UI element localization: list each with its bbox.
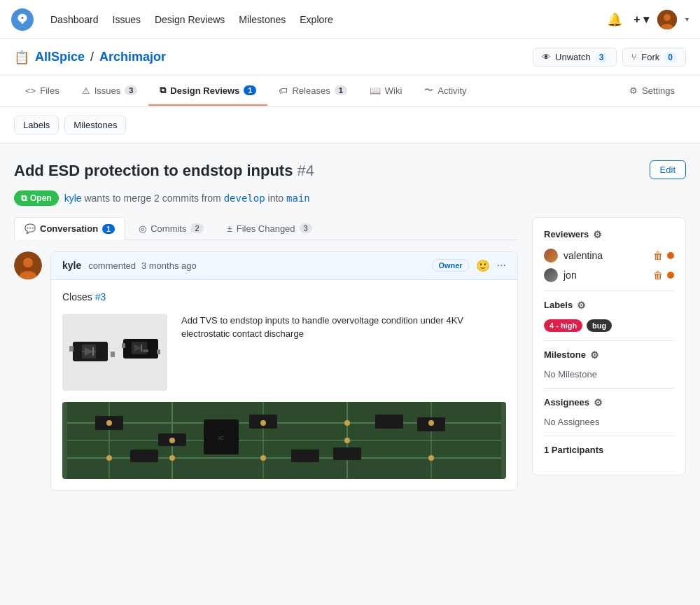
- fork-label: Fork: [641, 52, 659, 62]
- user-avatar[interactable]: [657, 10, 677, 29]
- org-link[interactable]: AllSpice: [35, 50, 85, 64]
- source-branch-link[interactable]: develop: [224, 193, 265, 204]
- tab-activity[interactable]: 〜 Activity: [413, 76, 477, 106]
- notifications-button[interactable]: 🔔: [604, 9, 625, 30]
- separator: /: [90, 50, 94, 64]
- svg-point-42: [260, 455, 266, 461]
- reviewer-name-jon: jon: [564, 270, 577, 281]
- tab-issues[interactable]: ⚠ Issues 3: [71, 77, 149, 106]
- closes-link[interactable]: #3: [95, 291, 106, 302]
- pr-title-section: Add ESD protection to endstop inputs #4 …: [14, 160, 686, 182]
- nav-design-reviews[interactable]: Design Reviews: [155, 14, 225, 25]
- svg-rect-30: [333, 447, 361, 460]
- nav-dashboard[interactable]: Dashboard: [50, 14, 99, 25]
- milestone-gear-icon[interactable]: ⚙: [590, 349, 599, 361]
- edit-button[interactable]: Edit: [650, 160, 686, 179]
- activity-icon: 〜: [424, 84, 433, 97]
- owner-badge: Owner: [432, 259, 468, 272]
- remove-reviewer-valentina[interactable]: 🗑: [653, 250, 663, 261]
- component-image: [62, 314, 167, 391]
- tab-activity-label: Activity: [438, 85, 466, 96]
- create-button[interactable]: + ▾: [634, 13, 649, 26]
- nav-issues[interactable]: Issues: [113, 14, 141, 25]
- tab-settings[interactable]: ⚙ Settings: [618, 77, 686, 106]
- repo-actions: 👁 Unwatch 3 ⑂ Fork 0: [533, 48, 686, 67]
- more-button[interactable]: ···: [497, 259, 506, 272]
- pr-title-main: Add ESD protection to endstop inputs: [14, 162, 293, 179]
- design-reviews-badge: 1: [244, 85, 256, 95]
- assignees-gear-icon[interactable]: ⚙: [594, 397, 603, 408]
- label-bug: bug: [587, 319, 612, 332]
- labels-gear-icon[interactable]: ⚙: [577, 300, 586, 311]
- divider-2: [544, 340, 674, 341]
- files-icon: <>: [25, 85, 36, 96]
- repo-title: 📋 AllSpice / Archimajor: [14, 50, 166, 65]
- comment-avatar: [14, 251, 42, 279]
- milestones-tab[interactable]: Milestones: [64, 116, 126, 134]
- conversation-badge: 1: [102, 224, 115, 234]
- tab-conversation[interactable]: 💬 Conversation 1: [14, 217, 125, 240]
- pr-meta-text: kyle wants to merge 2 commits from devel…: [64, 193, 310, 204]
- labels-tab[interactable]: Labels: [14, 116, 59, 134]
- comment-box: kyle commented 3 months ago Owner 🙂 ··· …: [50, 251, 518, 491]
- reviewer-avatar-jon: [544, 268, 558, 282]
- reviewers-section: Reviewers ⚙ valentina 🗑: [532, 217, 686, 475]
- reviewer-info-jon: jon: [544, 268, 577, 282]
- reviewer-row-valentina: valentina 🗑: [544, 249, 674, 263]
- svg-rect-17: [143, 349, 148, 352]
- svg-point-1: [664, 14, 671, 21]
- svg-rect-34: [375, 415, 403, 429]
- svg-rect-14: [157, 349, 160, 354]
- issues-badge: 3: [125, 85, 137, 95]
- reviewers-gear-icon[interactable]: ⚙: [593, 229, 602, 240]
- sub-tabs: Labels Milestones: [0, 107, 700, 144]
- svg-point-38: [344, 438, 350, 443]
- user-avatar-icon: [657, 10, 677, 29]
- commits-icon: ◎: [139, 223, 146, 234]
- svg-rect-13: [122, 343, 125, 348]
- svg-rect-8: [111, 352, 115, 357]
- design-reviews-icon: ⧉: [160, 85, 166, 96]
- pcb-image: IC: [62, 402, 506, 479]
- fork-count: 0: [664, 53, 677, 62]
- comment-header: kyle commented 3 months ago Owner 🙂 ···: [51, 252, 517, 280]
- divider-1: [544, 291, 674, 291]
- tab-commits[interactable]: ◎ Commits 2: [128, 217, 214, 239]
- comment-closes: Closes #3: [62, 291, 506, 302]
- releases-badge: 1: [335, 85, 347, 95]
- pcb-svg: IC: [62, 402, 506, 479]
- unwatch-button[interactable]: 👁 Unwatch 3: [533, 48, 617, 67]
- fork-button[interactable]: ⑂ Fork 0: [622, 48, 686, 67]
- target-branch-link[interactable]: main: [286, 193, 310, 204]
- component-area: Add TVS to endstop inputs to handle over…: [62, 314, 506, 391]
- tab-issues-label: Issues: [94, 85, 121, 96]
- nav-explore[interactable]: Explore: [300, 14, 332, 25]
- tab-wiki[interactable]: 📖 Wiki: [358, 77, 414, 106]
- svg-rect-7: [69, 346, 74, 352]
- logo[interactable]: [11, 8, 34, 31]
- milestone-value: No Milestone: [544, 369, 674, 380]
- svg-point-4: [23, 258, 33, 267]
- comment-header-right: Owner 🙂 ···: [432, 259, 506, 272]
- tab-files-changed[interactable]: ± Files Changed 3: [217, 217, 323, 239]
- conversation-label: Conversation: [40, 223, 98, 234]
- remove-reviewer-jon[interactable]: 🗑: [653, 270, 663, 281]
- svg-point-41: [169, 455, 175, 461]
- component-description: Add TVS to endstop inputs to handle over…: [181, 314, 506, 341]
- labels-title: Labels ⚙: [544, 300, 674, 311]
- tab-files[interactable]: <> Files: [14, 77, 71, 106]
- comment-verb: commented: [88, 260, 136, 271]
- nav-milestones[interactable]: Milestones: [239, 14, 286, 25]
- divider-4: [544, 436, 674, 436]
- tab-releases[interactable]: 🏷 Releases 1: [267, 77, 358, 106]
- avatar-caret: ▾: [685, 15, 689, 23]
- content-main: 💬 Conversation 1 ◎ Commits 2 ± Files Cha…: [14, 217, 518, 513]
- repo-header: 📋 AllSpice / Archimajor 👁 Unwatch 3 ⑂ Fo…: [0, 39, 700, 76]
- repo-link[interactable]: Archimajor: [99, 50, 166, 64]
- reviewer-row-jon: jon 🗑: [544, 268, 674, 282]
- emoji-button[interactable]: 🙂: [476, 259, 490, 272]
- pr-author-link[interactable]: kyle: [64, 193, 82, 204]
- repo-tabs: <> Files ⚠ Issues 3 ⧉ Design Reviews 1 🏷…: [0, 76, 700, 107]
- logo-icon: [15, 13, 29, 27]
- tab-design-reviews[interactable]: ⧉ Design Reviews 1: [148, 76, 267, 106]
